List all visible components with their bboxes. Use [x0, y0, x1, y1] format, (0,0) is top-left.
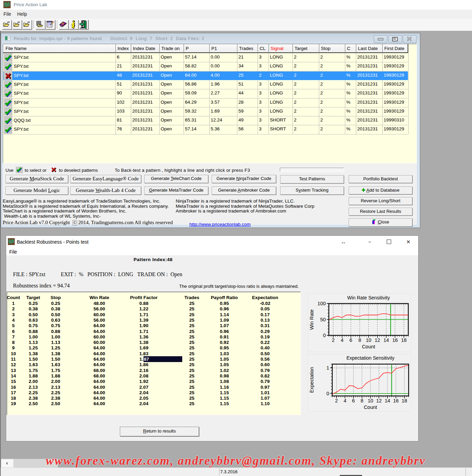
svg-text:Win Rate Sensitivity: Win Rate Sensitivity	[347, 295, 390, 300]
svg-text:18: 18	[402, 398, 407, 403]
svg-text:100: 100	[318, 301, 326, 306]
svg-text:Count: Count	[364, 404, 377, 410]
svg-text:2: 2	[335, 398, 338, 403]
svg-text:6: 6	[349, 337, 352, 343]
svg-text:4: 4	[344, 398, 346, 403]
svg-text:16: 16	[392, 337, 398, 343]
svg-text:50: 50	[320, 317, 326, 322]
svg-text:Expectation: Expectation	[309, 367, 314, 393]
svg-text:14: 14	[385, 398, 390, 403]
svg-text:10: 10	[366, 337, 371, 343]
svg-text:0: 0	[326, 391, 329, 396]
svg-text:16: 16	[393, 398, 399, 403]
svg-text:10: 10	[368, 398, 373, 403]
svg-text:Expectation Sensitivity: Expectation Sensitivity	[346, 355, 394, 361]
svg-text:Win Rate: Win Rate	[309, 309, 314, 330]
svg-text:12: 12	[375, 337, 380, 343]
svg-text:8: 8	[361, 398, 363, 403]
svg-text:8: 8	[358, 337, 361, 343]
svg-text:Count: Count	[362, 344, 375, 349]
svg-text:1: 1	[326, 365, 329, 371]
svg-text:12: 12	[376, 398, 382, 403]
svg-text:6: 6	[352, 398, 355, 403]
svg-text:4: 4	[341, 337, 344, 343]
svg-text:2: 2	[332, 337, 335, 343]
svg-text:14: 14	[384, 337, 389, 343]
svg-text:0: 0	[323, 333, 326, 338]
svg-text:18: 18	[401, 337, 407, 343]
